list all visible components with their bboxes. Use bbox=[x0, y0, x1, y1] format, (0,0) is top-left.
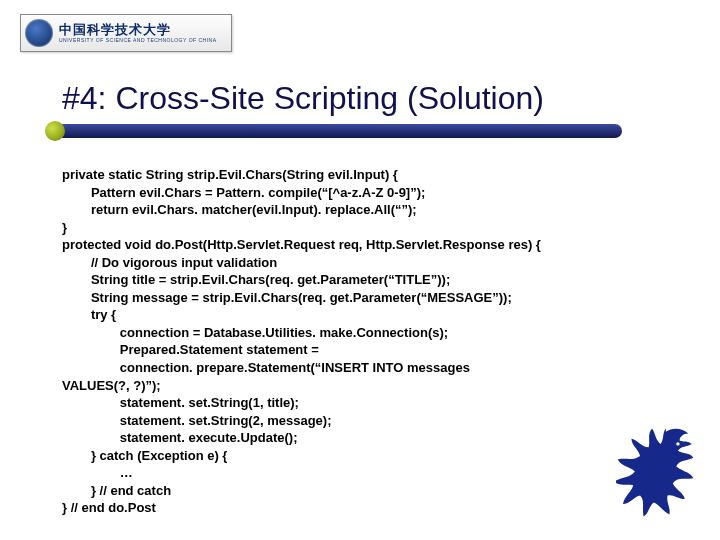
logo-seal-icon bbox=[25, 19, 53, 47]
svg-point-0 bbox=[676, 442, 679, 445]
logo-chinese: 中国科学技术大学 bbox=[59, 23, 217, 36]
title-underline bbox=[48, 124, 622, 138]
logo-english: UNIVERSITY OF SCIENCE AND TECHNOLOGY OF … bbox=[59, 38, 217, 43]
code-snippet: private static String strip.Evil.Chars(S… bbox=[62, 166, 662, 517]
university-logo: 中国科学技术大学 UNIVERSITY OF SCIENCE AND TECHN… bbox=[20, 14, 232, 52]
logo-text: 中国科学技术大学 UNIVERSITY OF SCIENCE AND TECHN… bbox=[59, 23, 217, 43]
dragon-icon bbox=[616, 426, 702, 522]
slide-title: #4: Cross-Site Scripting (Solution) bbox=[62, 80, 544, 117]
